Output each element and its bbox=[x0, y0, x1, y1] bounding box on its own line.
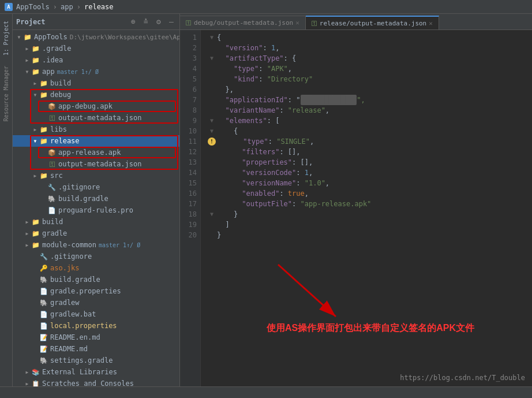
breadcrumb-sep-1: › bbox=[53, 3, 57, 11]
tree-item-build-gradle-app[interactable]: ▶ 🐘 build.gradle bbox=[13, 193, 179, 204]
tree-item-gradlew[interactable]: ▶ 🐘 gradlew bbox=[13, 297, 179, 308]
gitignore-app-name: .gitignore bbox=[58, 183, 100, 191]
toolbar-more-icon[interactable]: — bbox=[167, 17, 176, 27]
code-line-18: ▼ } bbox=[208, 209, 532, 220]
tree-item-gitignore-root[interactable]: ▶ 🔧 .gitignore bbox=[13, 251, 179, 262]
tree-item-gitignore-app[interactable]: ▶ 🔧 .gitignore bbox=[13, 181, 179, 193]
hint-icon-11[interactable]: ! bbox=[208, 137, 216, 146]
bottom-status-bar bbox=[0, 386, 532, 398]
fold-18[interactable]: ▼ bbox=[208, 210, 216, 218]
tree-item-build-app[interactable]: ▶ 📁 build bbox=[13, 77, 179, 89]
app-icon: A bbox=[5, 3, 13, 11]
root-folder-icon: 📁 bbox=[23, 32, 32, 42]
gradle-props-name: gradle.properties bbox=[50, 287, 121, 295]
fold-3[interactable]: ▼ bbox=[208, 54, 216, 62]
scratches-arrow[interactable]: ▶ bbox=[23, 380, 31, 386]
tree-item-release[interactable]: ▼ 📁 release bbox=[13, 135, 179, 147]
ext-libs-arrow[interactable]: ▶ bbox=[23, 368, 31, 376]
tree-item-libs[interactable]: ▶ 📁 libs bbox=[13, 124, 179, 135]
watermark: https://blog.csdn.net/T_double bbox=[400, 374, 525, 382]
tree-item-gradle-props[interactable]: ▶ 📄 gradle.properties bbox=[13, 285, 179, 297]
ext-libs-name: External Libraries bbox=[42, 368, 117, 376]
tree-item-gradle-root[interactable]: ▶ 📁 gradle bbox=[13, 228, 179, 239]
src-arrow[interactable]: ▶ bbox=[31, 172, 39, 180]
output-release-icon: ⚿ bbox=[47, 159, 57, 169]
debug-arrow[interactable]: ▼ bbox=[31, 91, 39, 99]
gradle-root-arrow[interactable]: ▶ bbox=[23, 229, 31, 237]
tree-item-readme[interactable]: ▶ 📝 README.md bbox=[13, 343, 179, 355]
tree-item-root[interactable]: ▼ 📁 AppTools D:\jtwork\Workspaces\gitee\… bbox=[13, 31, 179, 43]
app-debug-icon: 📦 bbox=[47, 102, 57, 111]
gradle-arrow[interactable]: ▶ bbox=[23, 44, 31, 53]
build-gradle-app-name: build.gradle bbox=[58, 195, 108, 203]
tree-item-build-gradle-root[interactable]: ▶ 🐘 build.gradle bbox=[13, 274, 179, 285]
breadcrumb-apptools[interactable]: AppTools bbox=[16, 3, 50, 11]
build-gradle-root-icon: 🐘 bbox=[39, 275, 48, 284]
tab-release[interactable]: ⚿ release/output-metadata.json ✕ bbox=[306, 16, 439, 29]
tab-debug[interactable]: ⚿ debug/output-metadata.json ✕ bbox=[180, 16, 306, 29]
scratches-name: Scratches and Consoles bbox=[42, 380, 134, 386]
tree-item-ext-libs[interactable]: ▶ 📚 External Libraries bbox=[13, 366, 179, 378]
idea-folder-icon: 📁 bbox=[31, 55, 40, 65]
tree-item-local-props[interactable]: ▶ 📄 local.properties bbox=[13, 320, 179, 332]
tree-item-scratches[interactable]: ▶ 📋 Scratches and Consoles bbox=[13, 378, 179, 386]
code-line-11: ! "type": "SINGLE", bbox=[208, 136, 532, 147]
tab-debug-label: debug/output-metadata.json bbox=[194, 19, 293, 27]
breadcrumb-release[interactable]: release bbox=[84, 3, 114, 11]
release-arrow[interactable]: ▼ bbox=[31, 137, 39, 145]
code-line-17: ▼ "outputFile": "app-release.apk" bbox=[208, 199, 532, 209]
module-common-arrow[interactable]: ▶ bbox=[23, 241, 31, 249]
build-root-arrow[interactable]: ▶ bbox=[23, 218, 31, 226]
code-line-13: ▼ "properties": [], bbox=[208, 157, 532, 168]
build-root-icon: 📁 bbox=[31, 217, 40, 226]
root-arrow[interactable]: ▼ bbox=[15, 33, 23, 41]
libs-arrow[interactable]: ▶ bbox=[31, 125, 39, 133]
code-line-16: ▼ "enabled": true, bbox=[208, 188, 532, 199]
tab-debug-close[interactable]: ✕ bbox=[295, 19, 299, 27]
side-tab-resource[interactable]: Resource Manager bbox=[1, 61, 11, 126]
proguard-name: proguard-rules.pro bbox=[58, 206, 133, 214]
tree-item-proguard[interactable]: ▶ 📄 proguard-rules.pro bbox=[13, 204, 179, 216]
tree-item-readme-en[interactable]: ▶ 📝 README.en.md bbox=[13, 332, 179, 343]
build-app-arrow[interactable]: ▶ bbox=[31, 79, 39, 87]
tree-item-debug[interactable]: ▼ 📁 debug bbox=[13, 89, 179, 101]
readme-en-name: README.en.md bbox=[50, 333, 100, 341]
tree-item-output-debug[interactable]: ▶ ⚿ output-metadata.json bbox=[13, 112, 179, 124]
readme-en-icon: 📝 bbox=[39, 333, 48, 342]
code-line-5: ▼ "kind": "Directory" bbox=[208, 74, 532, 84]
tree-item-app-release[interactable]: ▶ 📦 app-release.apk bbox=[13, 147, 179, 158]
idea-arrow[interactable]: ▶ bbox=[23, 56, 31, 64]
code-line-15: ▼ "versionName": "1.0", bbox=[208, 178, 532, 188]
toolbar-add-icon[interactable]: ⊕ bbox=[129, 17, 138, 27]
gitignore-root-icon: 🔧 bbox=[39, 252, 48, 261]
gradle-name: .gradle bbox=[42, 44, 72, 53]
tree-item-app-debug[interactable]: ▶ 📦 app-debug.apk bbox=[13, 101, 179, 112]
toolbar-gear-icon[interactable]: ⚙ bbox=[154, 17, 163, 27]
code-line-6: ▼ }, bbox=[208, 84, 532, 95]
build-app-name: build bbox=[50, 79, 71, 87]
tree-item-gradlew-bat[interactable]: ▶ 📄 gradlew.bat bbox=[13, 308, 179, 320]
build-gradle-root-name: build.gradle bbox=[50, 276, 100, 284]
fold-1[interactable]: ▼ bbox=[208, 34, 216, 42]
tree-item-gradle[interactable]: ▶ 📁 .gradle bbox=[13, 43, 179, 54]
tree-item-settings-gradle[interactable]: ▶ 🐘 settings.gradle bbox=[13, 355, 179, 366]
readme-icon: 📝 bbox=[39, 344, 48, 354]
tree-item-module-common[interactable]: ▶ 📁 module-common master 1↑/ Ø bbox=[13, 239, 179, 251]
tree-item-output-release[interactable]: ▶ ⚿ output-metadata.json bbox=[13, 158, 179, 170]
code-area[interactable]: ▼ { ▼ "version": 1, ▼ "artifactType": { … bbox=[201, 30, 532, 386]
tree-item-app[interactable]: ▼ 📁 app master 1↑/ Ø bbox=[13, 66, 179, 77]
tree-item-src[interactable]: ▶ 📁 src bbox=[13, 170, 179, 181]
app-arrow[interactable]: ▼ bbox=[23, 68, 31, 76]
fold-9[interactable]: ▼ bbox=[208, 117, 216, 125]
main-layout: 1: Project Resource Manager Project ⊕ ≛ … bbox=[0, 14, 532, 386]
title-bar: A AppTools › app › release bbox=[0, 0, 532, 14]
readme-name: README.md bbox=[50, 345, 88, 353]
breadcrumb-app[interactable]: app bbox=[61, 3, 73, 11]
side-tab-project[interactable]: 1: Project bbox=[1, 16, 11, 60]
tab-release-close[interactable]: ✕ bbox=[429, 20, 433, 27]
tree-item-asojks[interactable]: ▶ 🔑 aso.jks bbox=[13, 262, 179, 274]
toolbar-sync-icon[interactable]: ≛ bbox=[141, 17, 151, 27]
fold-10[interactable]: ▼ bbox=[208, 127, 216, 135]
tree-item-idea[interactable]: ▶ 📁 .idea bbox=[13, 54, 179, 66]
tree-item-build-root[interactable]: ▶ 📁 build bbox=[13, 216, 179, 228]
